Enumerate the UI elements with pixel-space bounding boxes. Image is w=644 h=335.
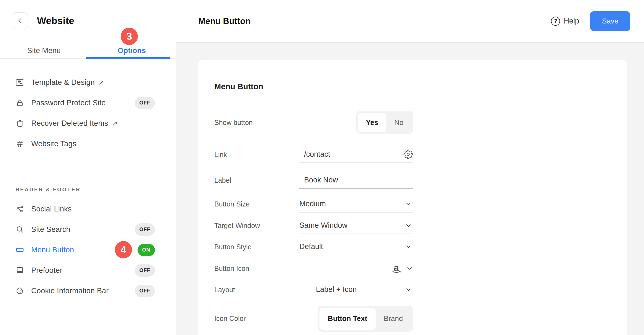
chevron-left-icon: [16, 17, 24, 25]
show-button-option-no[interactable]: No: [386, 113, 411, 132]
main-panel: Menu Button ? Help Save Menu Button Show…: [176, 0, 644, 335]
header-actions: ? Help Save: [551, 11, 630, 31]
field-label: Button Style: [214, 243, 299, 251]
site-search-status-badge: OFF: [135, 223, 155, 236]
save-button[interactable]: Save: [590, 11, 630, 31]
cookie-bar-status-badge: OFF: [135, 285, 155, 297]
button-size-row: Button Size Medium: [214, 195, 413, 213]
sidebar-item-password-protect[interactable]: Password Protect Site OFF: [0, 93, 176, 113]
label-input[interactable]: [304, 176, 413, 184]
field-label: Layout: [214, 286, 299, 294]
search-icon: [15, 225, 24, 234]
show-button-option-yes[interactable]: Yes: [358, 113, 386, 132]
header-footer-section-label: HEADER & FOOTER: [15, 187, 176, 193]
tab-site-menu[interactable]: Site Menu: [0, 43, 88, 58]
help-label: Help: [564, 17, 579, 25]
icon-color-toggle: Button Text Brand: [318, 306, 413, 332]
sidebar-item-label: Social Links: [31, 205, 72, 213]
prefooter-status-badge: OFF: [135, 264, 155, 277]
field-label: Show button: [214, 119, 299, 127]
sidebar-item-label: Website Tags: [31, 140, 76, 148]
sidebar: Website 3 Site Menu Options Template & D…: [0, 0, 176, 335]
button-icon-select[interactable]: a: [299, 260, 413, 277]
hash-icon: [15, 139, 24, 148]
select-value: Label + Icon: [316, 285, 357, 294]
sidebar-item-recover-deleted[interactable]: Recover Deleted Items ↗: [0, 113, 176, 134]
field-label: Icon Color: [214, 315, 299, 323]
trash-icon: [15, 119, 24, 128]
share-icon: [15, 205, 24, 213]
link-row: Link: [214, 146, 413, 163]
sidebar-item-label: Template & Design: [31, 78, 95, 87]
template-design-icon: [15, 78, 24, 87]
sidebar-item-label: Recover Deleted Items: [31, 119, 108, 128]
link-input[interactable]: [304, 150, 413, 159]
target-window-select[interactable]: Same Window: [299, 217, 413, 234]
show-button-row: Show button Yes No: [214, 111, 413, 134]
select-value: Medium: [299, 200, 326, 208]
button-style-row: Button Style Default: [214, 238, 413, 255]
select-value: Same Window: [299, 221, 347, 230]
label-row: Label: [214, 172, 413, 189]
sidebar-item-label: Site Search: [31, 225, 70, 234]
field-label: Link: [214, 151, 299, 159]
field-label: Label: [214, 176, 299, 184]
cookie-icon: [15, 286, 24, 295]
sidebar-item-social-links[interactable]: Social Links: [0, 199, 176, 219]
sidebar-item-prefooter[interactable]: Prefooter OFF: [0, 260, 176, 281]
amazon-icon: a: [391, 263, 401, 274]
menu-button-settings-card: Menu Button Show button Yes No Link: [198, 60, 627, 335]
chevron-down-icon: [405, 200, 412, 208]
prefooter-icon: [15, 266, 24, 275]
button-icon-row: Button Icon a: [214, 260, 413, 277]
annotation-step-3-badge: 3: [121, 28, 138, 45]
sidebar-item-menu-button[interactable]: Menu Button 4 ON: [0, 240, 176, 260]
content-area: Menu Button Show button Yes No Link: [176, 43, 644, 335]
sidebar-title: Website: [37, 15, 74, 26]
field-label: Button Icon: [214, 265, 299, 273]
icon-color-row: Icon Color Button Text Brand: [214, 305, 413, 332]
external-link-icon: ↗: [98, 78, 104, 87]
chevron-down-icon: [406, 265, 413, 272]
sidebar-item-website-tags[interactable]: Website Tags: [0, 134, 176, 154]
external-link-icon: ↗: [112, 119, 118, 127]
sidebar-item-cookie-bar[interactable]: Cookie Information Bar OFF: [0, 281, 176, 301]
menu-button-status-badge: ON: [138, 244, 155, 256]
sidebar-header-footer-list: Social Links Site Search OFF Menu Button…: [0, 193, 176, 301]
sidebar-item-site-search[interactable]: Site Search OFF: [0, 219, 176, 240]
settings-form: Show button Yes No Link: [214, 111, 413, 332]
layout-row: Layout Label + Icon: [214, 281, 413, 298]
sidebar-tabs: Site Menu Options: [0, 43, 176, 59]
tab-options[interactable]: Options: [88, 43, 176, 58]
target-window-row: Target Window Same Window: [214, 217, 413, 234]
question-mark-icon: ?: [551, 17, 560, 26]
chevron-down-icon: [405, 286, 412, 293]
lock-icon: [15, 98, 24, 107]
page-title: Menu Button: [198, 16, 250, 26]
sidebar-general-list: Template & Design ↗ Password Protect Sit…: [0, 59, 176, 154]
layout-select[interactable]: Label + Icon: [316, 281, 413, 298]
chevron-down-icon: [405, 222, 412, 229]
main-header: Menu Button ? Help Save: [176, 0, 644, 43]
password-protect-status-badge: OFF: [135, 97, 155, 109]
chevron-down-icon: [405, 243, 412, 250]
select-value: Default: [299, 242, 323, 251]
sidebar-item-template-design[interactable]: Template & Design ↗: [0, 72, 176, 93]
sidebar-item-label: Prefooter: [31, 266, 62, 275]
icon-color-option-button-text[interactable]: Button Text: [320, 308, 376, 330]
sidebar-item-label: Password Protect Site: [31, 99, 106, 107]
sidebar-item-label: Menu Button: [31, 246, 74, 254]
help-button[interactable]: ? Help: [551, 17, 579, 26]
button-size-select[interactable]: Medium: [299, 195, 413, 213]
gear-icon[interactable]: [403, 150, 413, 159]
back-button[interactable]: [12, 12, 28, 29]
icon-color-option-brand[interactable]: Brand: [376, 308, 411, 330]
sidebar-header: Website: [0, 0, 176, 29]
button-icon: [15, 245, 24, 254]
button-style-select[interactable]: Default: [299, 238, 413, 255]
sidebar-bottom-divider: [3, 317, 171, 317]
field-label: Button Size: [214, 200, 299, 208]
show-button-toggle: Yes No: [356, 111, 413, 134]
card-title: Menu Button: [214, 82, 627, 91]
sidebar-divider: [0, 167, 176, 167]
